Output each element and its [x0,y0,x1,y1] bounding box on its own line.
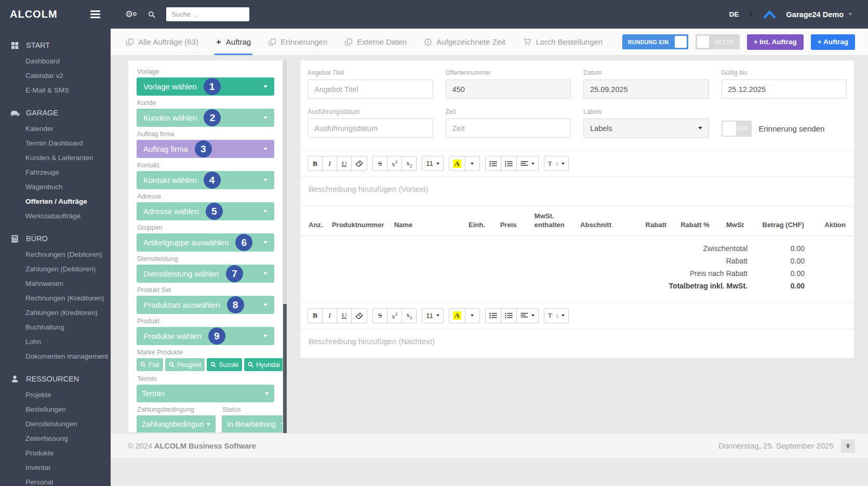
toolbar-clear-formatting-button[interactable] [351,156,367,171]
sidebar-section-header-ressourcen[interactable]: RESSOURCEN [0,371,111,387]
sidebar-item-zahlungen-kreditoren[interactable]: Zahlungen (Kreditoren) [0,305,111,320]
toolbar-bold-button[interactable]: B [308,308,323,323]
sidebar-item-projekte[interactable]: Projekte [0,387,111,402]
dropdown-produktset-auswaehlen[interactable]: Produktset auswählen8 [137,296,274,314]
toolbar-strikethrough-button[interactable]: S [372,308,388,323]
notification-dot[interactable] [749,12,753,16]
sidebar-item-lohn[interactable]: Lohn [0,334,111,349]
sidebar-item-personal[interactable]: Personal [0,475,111,486]
scroll-to-top-button[interactable] [841,439,855,453]
brand-filter-suzuki[interactable]: Suzuki [207,358,242,371]
angebot-titel-input[interactable] [308,80,433,99]
sidebar-item-e-mail-sms[interactable]: E-Mail & SMS [0,83,111,97]
toolbar-clear-formatting-button[interactable] [351,308,367,323]
sidebar-item-buchhaltung[interactable]: Buchhaltung [0,320,111,334]
sidebar-section-header-buero[interactable]: BÜRO [0,230,111,247]
dropdown-artikelgruppe-auswaehlen[interactable]: Artikelgruppe auswählen6 [137,233,274,252]
toolbar-unordered-list-button[interactable] [485,308,501,323]
toolbar-font-size-button[interactable]: 11 [422,156,444,171]
int-auftrag-button[interactable]: + Int. Auftrag [747,34,804,50]
ausfuehrungsdatum-input[interactable] [308,119,433,138]
dropdown-auftrag-firma[interactable]: Auftrag firma3 [137,140,274,158]
toolbar-subscript-button[interactable]: x2 [402,308,417,323]
toolbar-paragraph-align-button[interactable] [516,308,539,323]
language-selector[interactable]: DE [729,10,739,18]
rounding-toggle[interactable]: RUNDUNG EIN [622,34,689,49]
tab-externe-daten[interactable]: Externe Daten [345,29,407,55]
offertennummer-input[interactable] [446,80,571,99]
dropdown-kontakt-waehlen[interactable]: Kontakt wählen4 [137,171,274,189]
sidebar-item-dienstleistungen[interactable]: Dienstleistungen [0,416,111,431]
toolbar-bold-button[interactable]: B [308,156,323,171]
reminder-toggle[interactable]: NEIN [722,121,752,137]
termin-dropdown[interactable]: Termin [137,385,274,402]
sidebar-item-fahrzeuge[interactable]: Fahrzeuge [0,165,111,179]
tab-alle-auftraege-63[interactable]: Alle Aufträge (63) [126,29,198,55]
toolbar-font-color-button[interactable]: A [449,156,465,171]
auftrag-button[interactable]: + Auftrag [811,34,855,50]
toolbar-font-size-button[interactable]: 11 [422,308,444,323]
netto-toggle[interactable]: NETTO [696,34,739,49]
toolbar-strikethrough-button[interactable]: S [372,156,388,171]
brand-filter-hyundai[interactable]: Hyundai [244,358,283,371]
hamburger-menu-icon[interactable] [89,8,101,20]
toolbar-underline-button[interactable]: U [337,156,352,171]
account-menu[interactable]: Garage24 Demo [786,10,852,19]
search-icon[interactable] [148,11,155,18]
sidebar-item-zeiterfassung[interactable]: Zeiterfassung [0,431,111,445]
tab-erinnerungen[interactable]: Erinnerungen [269,29,327,55]
labels-select[interactable]: Labels [583,119,709,138]
sidebar-item-kalender[interactable]: Kalender [0,121,111,136]
sidebar-item-inventar[interactable]: Inventar [0,460,111,475]
toolbar-ordered-list-button[interactable] [501,308,517,323]
search-input[interactable] [166,7,249,21]
toolbar-font-color-picker-button[interactable] [465,308,480,323]
tab-aufgezeichnete-zeit[interactable]: Aufgezeichnete Zeit [424,29,505,55]
toolbar-underline-button[interactable]: U [337,308,352,323]
sidebar-item-offerten-auftraege[interactable]: Offerten / Aufträge [0,194,111,208]
toolbar-superscript-button[interactable]: x2 [387,156,402,171]
sidebar-item-dashboard[interactable]: Dashboard [0,54,111,68]
dropdown-kunden-waehlen[interactable]: Kunden wählen2 [137,109,274,127]
sidebar-section-header-start[interactable]: START [0,37,111,54]
toolbar-superscript-button[interactable]: x2 [387,308,402,323]
sidebar-item-rechnungen-kreditoren[interactable]: Rechnungen (Kreditoren) [0,291,111,305]
dropdown-produkte-waehlen[interactable]: Produkte wählen9 [137,327,274,345]
zahlungsbedingung-dropdown[interactable]: Zahlungsbedingung [137,415,216,433]
sidebar-item-kunden-lieferanten[interactable]: Kunden & Lieferanten [0,150,111,165]
tab-lorch-bestellungen[interactable]: Lorch Bestellungen [523,29,603,55]
sidebar-item-bestellungen[interactable]: Bestellungen [0,402,111,416]
scrollbar-thumb[interactable] [283,304,287,433]
sidebar-item-calendar-v2[interactable]: Calendar v2 [0,68,111,83]
brand-filter-fiat[interactable]: Fiat [137,358,163,371]
sidebar-item-werkstattauftraege[interactable]: Werkstattaufträge [0,208,111,223]
dropdown-dienstleistung-waehlen[interactable]: Dienstleistung wählen7 [137,265,274,283]
sidebar-item-rechnungen-debitoren[interactable]: Rechnungen (Debitoren) [0,247,111,261]
toolbar-paragraph-align-button[interactable] [516,156,539,171]
toolbar-unordered-list-button[interactable] [485,156,501,171]
sidebar-item-dokumenten-management[interactable]: Dokumenten management [0,349,111,363]
toolbar-ordered-list-button[interactable] [501,156,517,171]
toolbar-line-height-button[interactable]: T↕ [544,308,569,323]
toolbar-subscript-button[interactable]: x2 [402,156,417,171]
gueltig-bis-input[interactable] [722,80,847,99]
toolbar-italic-button[interactable]: I [322,308,337,323]
dropdown-vorlage-waehlen[interactable]: Vorlage wählen1 [137,77,274,96]
gears-icon[interactable]: ⚙⚙ [125,9,137,20]
nachtext-editor[interactable]: Beschreibung hinzufügen (Nachtext) [300,329,854,358]
zeit-input[interactable] [446,119,571,138]
sidebar-item-zahlungen-debitoren[interactable]: Zahlungen (Debitoren) [0,261,111,276]
selector-panel-scrollbar[interactable] [283,60,287,433]
dropdown-adresse-waehlen[interactable]: Adresse wählen5 [137,202,274,220]
sidebar-item-termin-dashboard[interactable]: Termin Dashboard [0,136,111,150]
brand-filter-peugeot[interactable]: Peugeot [165,358,205,371]
tab-auftrag[interactable]: +Auftrag [216,29,251,55]
toolbar-italic-button[interactable]: I [322,156,337,171]
sidebar-item-wagenbuch[interactable]: Wagenbuch [0,179,111,194]
status-dropdown[interactable]: In Bearbeitung [222,415,283,433]
sidebar-item-mahnwesen[interactable]: Mahnwesen [0,276,111,291]
sidebar-item-produkte[interactable]: Produkte [0,445,111,460]
vortext-editor[interactable]: Beschreibung hinzufügen (Vortext) [300,176,854,206]
datum-input[interactable] [583,80,709,99]
sidebar-section-header-garage[interactable]: GARAGE [0,104,111,121]
